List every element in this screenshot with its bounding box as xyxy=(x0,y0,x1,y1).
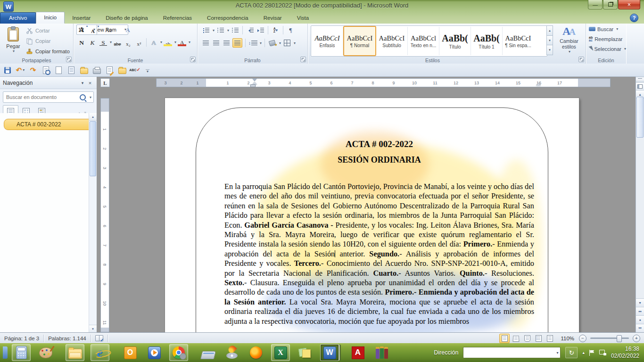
subscript-button[interactable]: x₂ xyxy=(123,38,133,47)
address-go-button[interactable]: ↻ xyxy=(565,347,578,358)
close-button[interactable]: × xyxy=(618,0,640,9)
favorites-button[interactable] xyxy=(117,66,127,75)
document-page[interactable]: ACTA # 002-2022 SESIÓN ORDINARIA En la p… xyxy=(165,98,579,332)
taskbar-sticky-notes[interactable] xyxy=(296,345,314,361)
paste-dropdown-icon[interactable]: ▾ xyxy=(13,49,15,53)
taskbar-cd-burner[interactable] xyxy=(223,345,241,361)
ruler-toggle-button[interactable] xyxy=(636,82,644,90)
increase-indent-button[interactable] xyxy=(256,26,265,34)
cut-button[interactable]: Cortar xyxy=(25,26,71,35)
undo-button[interactable]: ↶▾ xyxy=(16,66,25,75)
hidden-icons-button[interactable]: ▴ xyxy=(582,350,585,355)
taskbar-excel[interactable]: X xyxy=(271,344,290,361)
change-styles-button[interactable]: AA Cambiar estilos ▾ xyxy=(555,25,583,56)
address-dropdown-icon[interactable]: ▾ xyxy=(556,351,558,355)
sort-button[interactable]: AZ ▾ xyxy=(271,26,280,34)
taskbar-media-player[interactable] xyxy=(145,345,163,361)
align-right-button[interactable] xyxy=(222,39,231,47)
web-layout-button[interactable] xyxy=(522,334,532,343)
zoom-level[interactable]: 110% xyxy=(561,336,574,341)
navigation-close-icon[interactable]: × xyxy=(86,79,94,87)
taskbar-word[interactable]: W xyxy=(320,344,339,361)
scroll-down-icon[interactable]: ▾ xyxy=(636,298,644,307)
tab-diseno[interactable]: Diseño de página xyxy=(98,13,156,24)
highlight-dropdown-icon[interactable]: ▾ xyxy=(174,40,176,44)
styles-dialog-launcher[interactable] xyxy=(578,57,584,62)
shading-button[interactable] xyxy=(268,39,277,47)
right-indent-marker[interactable] xyxy=(536,81,541,86)
taskbar-internet-explorer[interactable]: e xyxy=(91,344,109,361)
styles-more-button[interactable]: ▾ xyxy=(546,45,553,55)
mail-button[interactable] xyxy=(66,66,76,75)
new-document-button[interactable] xyxy=(54,66,63,75)
grow-font-button[interactable]: A xyxy=(76,25,87,34)
document-paragraph[interactable]: En la parroquia San Plácido del Cantón P… xyxy=(224,182,534,326)
select-browse-object-button[interactable]: ● xyxy=(636,315,644,324)
left-indent-marker[interactable] xyxy=(250,84,256,87)
taskbar-paint[interactable] xyxy=(37,345,55,361)
tab-revisar[interactable]: Revisar xyxy=(256,13,289,24)
navigation-search-box[interactable]: ▾ xyxy=(3,91,94,103)
decrease-indent-button[interactable] xyxy=(246,26,255,34)
replace-button[interactable]: abac Reemplazar xyxy=(586,34,626,43)
bullets-button[interactable] xyxy=(201,26,210,34)
tab-correspondencia[interactable]: Correspondencia xyxy=(199,13,256,24)
taskbar-scanner[interactable] xyxy=(199,345,217,361)
numbering-button[interactable] xyxy=(216,26,225,34)
font-color-button[interactable]: A xyxy=(177,38,187,47)
next-page-button[interactable]: ▾▾ xyxy=(636,324,644,332)
page-indicator[interactable]: Página: 1 de 3 xyxy=(0,333,43,344)
redo-button[interactable]: ↷ xyxy=(28,66,38,75)
style-sin-espaciado[interactable]: AaBbCcI ¶ Sin espa... xyxy=(503,27,534,55)
save-button[interactable] xyxy=(3,66,12,75)
show-marks-button[interactable]: ¶ xyxy=(286,26,295,34)
superscript-button[interactable]: x² xyxy=(134,38,144,47)
restore-button[interactable] xyxy=(603,0,618,9)
previous-page-button[interactable]: ▴▴ xyxy=(636,307,644,315)
search-dropdown-icon[interactable]: ▾ xyxy=(90,95,91,99)
taskbar-calculator[interactable] xyxy=(12,344,31,361)
style-enfasis[interactable]: AaBbCcI Énfasis xyxy=(312,27,343,55)
paste-button[interactable]: Pegar ▾ xyxy=(2,25,24,57)
align-left-button[interactable] xyxy=(201,39,210,47)
underline-dropdown-icon[interactable]: ▾ xyxy=(110,40,112,44)
select-button[interactable]: Seleccionar ▾ xyxy=(586,44,626,53)
font-dialog-launcher[interactable] xyxy=(190,57,196,62)
clock[interactable]: 16:38 02/02/2022 xyxy=(611,346,641,360)
address-input[interactable] xyxy=(463,347,554,358)
font-color-dropdown-icon[interactable]: ▾ xyxy=(189,40,190,44)
multilevel-list-button[interactable] xyxy=(231,26,239,34)
nav-scroll-down-icon[interactable]: ▾ xyxy=(89,325,97,332)
document-scrollbar[interactable]: ▴ ▾ ▴▴ ● ▾▾ xyxy=(636,77,644,332)
document-content[interactable]: ACTA # 002-2022 SESIÓN ORDINARIA En la p… xyxy=(224,140,534,326)
borders-dropdown-icon[interactable]: ▾ xyxy=(294,41,296,45)
line-spacing-dropdown-icon[interactable]: ▾ xyxy=(260,41,262,45)
minimize-button[interactable]: — xyxy=(588,0,603,9)
line-spacing-button[interactable]: ↕ xyxy=(248,39,257,47)
italic-button[interactable]: K xyxy=(87,38,98,47)
nav-scroll-thumb[interactable] xyxy=(90,121,96,176)
open-button[interactable] xyxy=(79,66,89,75)
style-normal[interactable]: AaBbCcI ¶ Normal xyxy=(343,26,376,56)
numbering-dropdown-icon[interactable]: ▾ xyxy=(227,28,229,33)
find-button[interactable]: Buscar ▾ xyxy=(586,25,626,33)
align-center-button[interactable] xyxy=(212,39,221,47)
more-commands-button[interactable]: —▾ xyxy=(143,66,152,75)
bullets-dropdown-icon[interactable]: ▾ xyxy=(213,28,215,33)
network-icon[interactable] xyxy=(599,350,606,355)
shading-dropdown-icon[interactable]: ▾ xyxy=(279,41,281,45)
borders-button[interactable] xyxy=(282,39,291,47)
tab-insertar[interactable]: Insertar xyxy=(65,13,98,24)
format-painter-button[interactable]: Copiar formato xyxy=(25,47,71,56)
tab-archivo[interactable]: Archivo xyxy=(0,12,36,24)
full-screen-reading-button[interactable] xyxy=(511,334,521,343)
action-center-flag-icon[interactable] xyxy=(589,350,594,356)
scroll-thumb[interactable] xyxy=(636,97,644,138)
zoom-in-button[interactable]: + xyxy=(633,335,640,342)
search-input[interactable] xyxy=(5,94,80,100)
style-titulo[interactable]: AaBb( Título xyxy=(439,27,471,55)
edit-button[interactable] xyxy=(105,66,114,75)
copy-button[interactable]: Copiar xyxy=(25,37,71,45)
text-effects-button[interactable]: A xyxy=(149,38,159,47)
style-subtitulo[interactable]: AaBbCcI Subtítulo xyxy=(376,27,408,55)
